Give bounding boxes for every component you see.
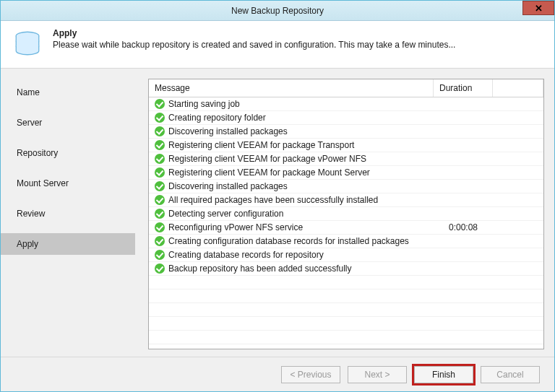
- log-duration-text: [434, 125, 493, 138]
- log-message-text: Creating database records for repository: [168, 250, 324, 260]
- wizard-content: NameServerRepositoryMount ServerReviewAp…: [1, 69, 554, 357]
- sidebar-item-mount-server[interactable]: Mount Server: [1, 173, 135, 194]
- log-message-text: Discovering installed packages: [168, 126, 288, 136]
- check-icon: [155, 250, 165, 260]
- table-row: Discovering installed packages: [149, 125, 543, 139]
- check-icon: [155, 181, 165, 191]
- titlebar: New Backup Repository ✕: [1, 1, 554, 21]
- column-header-duration[interactable]: Duration: [434, 79, 493, 97]
- wizard-main-pane: Message Duration Starting saving jobCrea…: [135, 69, 554, 357]
- page-description: Please wait while backup repository is c…: [53, 40, 455, 50]
- sidebar-item-server[interactable]: Server: [1, 112, 135, 134]
- repository-icon: [12, 28, 43, 61]
- table-row: Starting saving job: [149, 97, 543, 111]
- page-title: Apply: [53, 28, 455, 38]
- sidebar-item-repository[interactable]: Repository: [1, 142, 135, 164]
- finish-button[interactable]: Finish: [414, 366, 473, 383]
- log-message-text: Creating configuration database records …: [168, 236, 409, 246]
- sidebar-item-apply[interactable]: Apply: [1, 233, 135, 255]
- table-row: All required packages have been successf…: [149, 193, 543, 207]
- check-icon: [155, 99, 165, 109]
- header-text-group: Apply Please wait while backup repositor…: [53, 28, 455, 50]
- table-row: Registering client VEEAM for package Tra…: [149, 139, 543, 152]
- table-row: [149, 303, 543, 317]
- log-message-text: Registering client VEEAM for package Mou…: [168, 167, 370, 178]
- log-message-text: Discovering installed packages: [168, 181, 288, 191]
- log-message-text: Creating repository folder: [168, 113, 266, 123]
- table-body: Starting saving jobCreating repository f…: [149, 97, 543, 344]
- log-duration-text: [434, 207, 493, 220]
- next-button: Next >: [348, 366, 407, 383]
- table-row: Creating configuration database records …: [149, 235, 543, 248]
- table-row: [149, 276, 543, 289]
- sidebar-item-name[interactable]: Name: [1, 82, 135, 103]
- table-row: [149, 317, 543, 331]
- log-duration-text: 0:00:08: [434, 221, 493, 234]
- table-row: Backup repository has been added success…: [149, 262, 543, 276]
- sidebar-item-review[interactable]: Review: [1, 203, 135, 225]
- log-duration-text: [434, 152, 493, 165]
- wizard-header: Apply Please wait while backup repositor…: [1, 21, 554, 69]
- log-duration-text: [434, 166, 493, 179]
- table-row: Detecting server configuration: [149, 207, 543, 221]
- column-header-spare: [493, 79, 543, 97]
- log-duration-text: [434, 111, 493, 124]
- table-row: Creating database records for repository: [149, 248, 543, 262]
- check-icon: [155, 140, 165, 150]
- log-message-text: All required packages have been successf…: [168, 195, 378, 205]
- window-title: New Backup Repository: [231, 6, 324, 16]
- table-row: Discovering installed packages: [149, 180, 543, 193]
- previous-button: < Previous: [281, 366, 340, 383]
- log-message-text: Registering client VEEAM for package vPo…: [168, 154, 366, 164]
- close-icon: ✕: [535, 3, 543, 14]
- cancel-button: Cancel: [481, 366, 540, 383]
- log-message-text: Reconfiguring vPower NFS service: [168, 222, 303, 232]
- check-icon: [155, 113, 165, 123]
- log-duration-text: [434, 235, 493, 248]
- log-message-text: Backup repository has been added success…: [168, 263, 351, 274]
- check-icon: [155, 236, 165, 246]
- table-header: Message Duration: [149, 79, 543, 97]
- close-button[interactable]: ✕: [522, 1, 554, 15]
- log-message-text: Registering client VEEAM for package Tra…: [168, 140, 354, 150]
- table-row: Registering client VEEAM for package Mou…: [149, 166, 543, 180]
- column-header-message[interactable]: Message: [149, 79, 434, 97]
- log-message-text: Starting saving job: [168, 99, 240, 109]
- table-row: [149, 289, 543, 303]
- progress-log-table: Message Duration Starting saving jobCrea…: [148, 79, 544, 349]
- log-duration-text: [434, 97, 493, 110]
- log-duration-text: [434, 262, 493, 275]
- check-icon: [155, 209, 165, 219]
- wizard-footer: < Previous Next > Finish Cancel: [1, 357, 554, 391]
- log-message-text: Detecting server configuration: [168, 209, 283, 219]
- wizard-steps-sidebar: NameServerRepositoryMount ServerReviewAp…: [1, 69, 135, 357]
- check-icon: [155, 222, 165, 232]
- table-row: [149, 331, 543, 344]
- table-row: Creating repository folder: [149, 111, 543, 125]
- check-icon: [155, 126, 165, 136]
- check-icon: [155, 154, 165, 164]
- table-row: Reconfiguring vPower NFS service0:00:08: [149, 221, 543, 235]
- check-icon: [155, 263, 165, 274]
- log-duration-text: [434, 139, 493, 152]
- log-duration-text: [434, 193, 493, 206]
- table-row: Registering client VEEAM for package vPo…: [149, 152, 543, 166]
- log-duration-text: [434, 248, 493, 261]
- check-icon: [155, 167, 165, 178]
- log-duration-text: [434, 180, 493, 193]
- check-icon: [155, 195, 165, 205]
